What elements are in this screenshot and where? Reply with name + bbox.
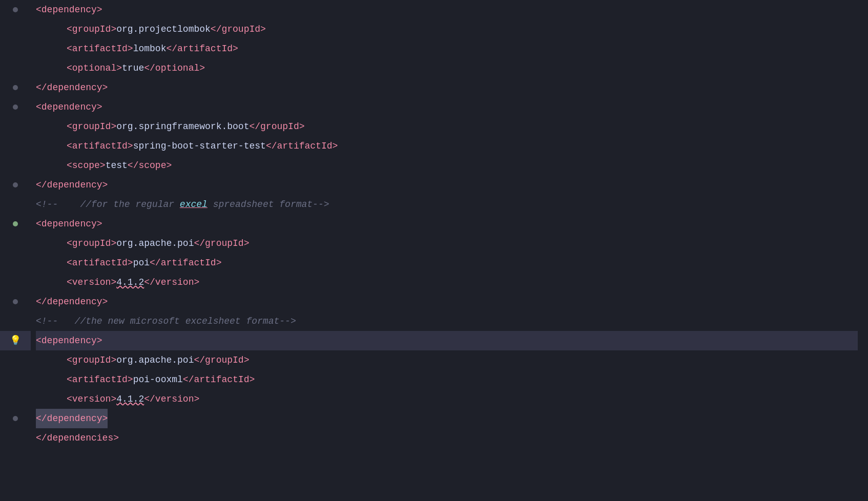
code-content: <dependency> <groupId>org.projectlombok<… — [31, 0, 868, 501]
tag-open: <version> — [67, 389, 116, 409]
code-text: org.apache.poi — [116, 234, 194, 253]
tag-open: <artifactId> — [67, 136, 133, 156]
tag-close: </artifactId> — [166, 39, 238, 58]
tag-open: <dependency> — [36, 214, 102, 234]
code-line: </dependency> — [36, 175, 858, 195]
code-line: <optional>true</optional> — [36, 58, 858, 78]
code-line: <artifactId>lombok</artifactId> — [36, 39, 858, 58]
gutter-row — [0, 428, 31, 448]
code-version: 4.1.2 — [116, 389, 144, 409]
code-text: org.projectlombok — [116, 19, 211, 39]
gutter-row — [0, 409, 31, 428]
code-line: <dependency> — [36, 0, 858, 19]
code-line: <artifactId>spring-boot-starter-test</ar… — [36, 136, 858, 156]
tag-open: <dependency> — [36, 97, 102, 117]
gutter-row — [0, 370, 31, 389]
gutter-row — [0, 78, 31, 97]
code-line: <scope>test</scope> — [36, 156, 858, 175]
gutter-dot — [13, 182, 18, 187]
tag-close: </groupId> — [194, 350, 249, 370]
code-text: spring-boot-starter-test — [133, 136, 266, 156]
gutter-dot — [13, 105, 18, 110]
gutter-row — [0, 136, 31, 156]
code-line: <groupId>org.apache.poi</groupId> — [36, 350, 858, 370]
code-line: </dependencies> — [36, 428, 858, 448]
gutter-dot — [13, 299, 18, 304]
code-line-comment: <!-- //for the regular excel spreadsheet… — [36, 195, 858, 214]
gutter-row — [0, 175, 31, 195]
gutter-row — [0, 195, 31, 214]
tag-close: </version> — [144, 273, 199, 292]
tag-open: <groupId> — [67, 19, 116, 39]
tag-close: </groupId> — [194, 234, 249, 253]
tag-close: </groupId> — [211, 19, 266, 39]
tag-open: <optional> — [67, 58, 122, 78]
tag-close-highlighted: </dependency> — [36, 409, 108, 428]
comment-text: <!-- //the new microsoft excelsheet form… — [36, 311, 296, 331]
code-line-comment: <!-- //the new microsoft excelsheet form… — [36, 311, 858, 331]
tag-close: </dependency> — [36, 78, 108, 97]
gutter-row-lightbulb: 💡 — [0, 331, 31, 350]
tag-open: <scope> — [67, 156, 106, 175]
code-line-highlighted: <dependency> — [36, 331, 858, 350]
tag-close: </version> — [144, 389, 199, 409]
code-version: 4.1.2 — [116, 273, 144, 292]
code-editor: 💡 <dependency> <groupId>org.projectlombo… — [0, 0, 868, 501]
tag-open: <artifactId> — [67, 370, 133, 389]
code-text: lombok — [133, 39, 167, 58]
gutter-dot — [13, 416, 18, 421]
tag-open: <groupId> — [67, 117, 116, 136]
code-text: test — [106, 156, 128, 175]
code-line: </dependency> — [36, 292, 858, 311]
gutter-dot — [13, 221, 18, 226]
tag-open: <artifactId> — [67, 253, 133, 273]
gutter-dot — [13, 85, 18, 90]
code-text: org.apache.poi — [116, 350, 194, 370]
gutter: 💡 — [0, 0, 31, 501]
tag-close: </dependencies> — [36, 428, 119, 448]
code-line: <dependency> — [36, 97, 858, 117]
gutter-row — [0, 311, 31, 331]
gutter-row — [0, 58, 31, 78]
gutter-row — [0, 350, 31, 370]
tag-open: <artifactId> — [67, 39, 133, 58]
tag-close: </artifactId> — [150, 253, 221, 273]
gutter-row — [0, 19, 31, 39]
code-text: org.springframework.boot — [116, 117, 249, 136]
gutter-dot — [13, 7, 18, 12]
gutter-row — [0, 253, 31, 273]
gutter-row — [0, 0, 31, 19]
gutter-row — [0, 292, 31, 311]
code-line-end-highlight: </dependency> — [36, 409, 858, 428]
code-line: <dependency> — [36, 214, 858, 234]
tag-open: <version> — [67, 273, 116, 292]
gutter-row — [0, 39, 31, 58]
tag-open: <dependency> — [36, 331, 102, 350]
tag-open: <groupId> — [67, 350, 116, 370]
lightbulb-icon: 💡 — [10, 333, 21, 348]
gutter-row — [0, 273, 31, 292]
gutter-row — [0, 234, 31, 253]
code-line: <groupId>org.projectlombok</groupId> — [36, 19, 858, 39]
tag-close: </dependency> — [36, 175, 108, 195]
code-text: poi-ooxml — [133, 370, 183, 389]
tag-close: </optional> — [144, 58, 205, 78]
tag-close: </artifactId> — [266, 136, 338, 156]
gutter-row — [0, 156, 31, 175]
code-line: <groupId>org.springframework.boot</group… — [36, 117, 858, 136]
comment-start: <!-- //for the regular — [36, 195, 180, 214]
gutter-row — [0, 117, 31, 136]
gutter-row — [0, 97, 31, 117]
comment-end: spreadsheet format--> — [208, 195, 329, 214]
code-text: true — [122, 58, 144, 78]
tag-open: <groupId> — [67, 234, 116, 253]
tag-close: </scope> — [128, 156, 172, 175]
tag-close: </dependency> — [36, 292, 108, 311]
tag-close: </groupId> — [249, 117, 304, 136]
comment-link-excel: excel — [180, 195, 208, 214]
code-line: <artifactId>poi-ooxml</artifactId> — [36, 370, 858, 389]
code-line: <version>4.1.2</version> — [36, 273, 858, 292]
code-text: poi — [133, 253, 150, 273]
code-line: </dependency> — [36, 78, 858, 97]
code-line: <version>4.1.2</version> — [36, 389, 858, 409]
